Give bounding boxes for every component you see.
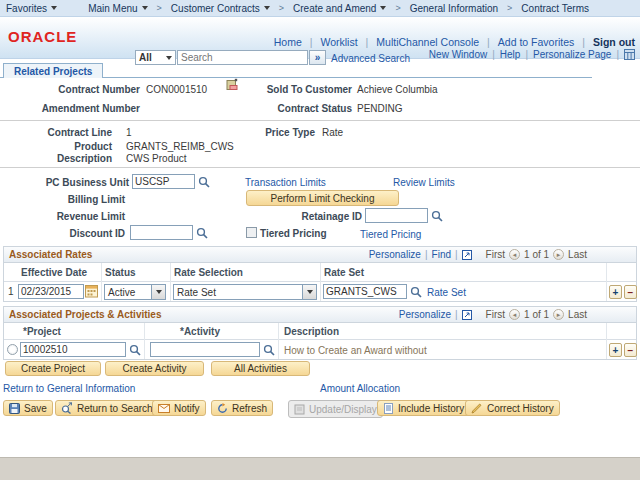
project-input[interactable] <box>20 342 126 357</box>
next-row-icon[interactable]: ▸ <box>553 249 564 260</box>
notify-button[interactable]: Notify <box>152 400 206 416</box>
search-go-button[interactable]: » <box>309 50 326 65</box>
include-history-label: Include History <box>398 403 464 414</box>
associated-projects-header: Associated Projects & Activities Persona… <box>4 307 636 323</box>
calendar-icon[interactable] <box>85 284 98 298</box>
personalize-link[interactable]: Personalize <box>369 249 421 260</box>
dropdown-arrow-icon <box>51 6 57 10</box>
delete-row-button[interactable]: − <box>624 285 637 299</box>
sign-out-link[interactable]: Sign out <box>593 36 635 48</box>
search-scope-value: All <box>139 52 152 63</box>
personalize-page-link[interactable]: Personalize Page <box>533 49 611 60</box>
col-status: Status <box>105 267 136 278</box>
save-label: Save <box>24 403 47 414</box>
return-to-general-information-link[interactable]: Return to General Information <box>3 383 135 394</box>
status-select-value: Active <box>105 287 151 298</box>
home-link[interactable]: Home <box>274 36 302 48</box>
breadcrumb-separator: > <box>395 3 400 13</box>
review-limits-link[interactable]: Review Limits <box>393 177 455 188</box>
tiered-pricing-link[interactable]: Tiered Pricing <box>360 229 421 240</box>
col-activity: *Activity <box>180 326 220 337</box>
retainage-id-lookup-icon[interactable] <box>431 210 444 223</box>
breadcrumb-customer-contracts[interactable]: Customer Contracts <box>171 3 270 14</box>
worklist-link[interactable]: Worklist <box>320 36 357 48</box>
add-row-button[interactable]: + <box>609 343 622 357</box>
grid-line <box>278 323 279 359</box>
activity-lookup-icon[interactable] <box>263 344 276 357</box>
multichannel-console-link[interactable]: MultiChannel Console <box>376 36 479 48</box>
sold-to-customer-label: Sold To Customer <box>160 84 352 95</box>
col-rate-selection: Rate Selection <box>174 267 243 278</box>
pc-business-unit-lookup-icon[interactable] <box>198 176 211 189</box>
breadcrumb-favorites[interactable]: Favorites <box>6 3 57 14</box>
separator <box>455 309 458 320</box>
tab-related-projects[interactable]: Related Projects <box>3 63 103 78</box>
all-activities-button[interactable]: All Activities <box>211 361 310 376</box>
advanced-search-link[interactable]: Advanced Search <box>331 53 410 64</box>
effective-date-input[interactable] <box>18 284 84 299</box>
view-all-icon[interactable] <box>462 310 472 320</box>
col-project: *Project <box>23 326 61 337</box>
update-display-label: Update/Display <box>309 404 377 415</box>
breadcrumb: Favorites Main Menu > Customer Contracts… <box>0 0 640 17</box>
refresh-button[interactable]: Refresh <box>211 400 273 416</box>
previous-row-icon[interactable]: ◂ <box>509 249 520 260</box>
correct-history-button[interactable]: Correct History <box>465 400 560 416</box>
correct-history-label: Correct History <box>487 403 554 414</box>
breadcrumb-label: Customer Contracts <box>171 3 260 14</box>
discount-id-input[interactable] <box>130 225 193 240</box>
breadcrumb-contract-terms[interactable]: Contract Terms <box>521 3 589 14</box>
description-label: Description <box>0 153 112 164</box>
previous-row-icon[interactable]: ◂ <box>509 309 520 320</box>
help-link[interactable]: Help <box>500 49 521 60</box>
price-type-value: Rate <box>322 127 343 138</box>
new-window-link[interactable]: New Window <box>429 49 487 60</box>
rate-selection-select[interactable]: Rate Set <box>173 284 317 300</box>
next-row-icon[interactable]: ▸ <box>553 309 564 320</box>
add-to-favorites-link[interactable]: Add to Favorites <box>498 36 574 48</box>
amount-allocation-link[interactable]: Amount Allocation <box>320 383 400 394</box>
dropdown-arrow-icon <box>307 290 313 294</box>
projects-row: How to Create an Award without + − <box>4 340 636 360</box>
project-row-radio[interactable] <box>7 344 18 355</box>
perform-limit-checking-button[interactable]: Perform Limit Checking <box>246 190 399 206</box>
include-history-button[interactable]: Include History <box>377 400 470 416</box>
delete-row-button[interactable]: − <box>624 343 637 357</box>
retainage-id-input[interactable] <box>365 208 428 223</box>
project-lookup-icon[interactable] <box>129 344 142 357</box>
row-count: 1 of 1 <box>524 249 549 260</box>
view-all-icon[interactable] <box>462 250 472 260</box>
transaction-limits-link[interactable]: Transaction Limits <box>245 177 326 188</box>
notify-label: Notify <box>174 403 200 414</box>
return-to-search-icon <box>61 402 73 414</box>
breadcrumb-create-and-amend[interactable]: Create and Amend <box>293 3 386 14</box>
notify-icon <box>158 404 170 413</box>
refresh-label: Refresh <box>232 403 267 414</box>
discount-id-lookup-icon[interactable] <box>196 227 209 240</box>
pc-business-unit-input[interactable] <box>132 174 195 189</box>
search-input[interactable] <box>177 50 308 65</box>
status-select[interactable]: Active <box>104 284 166 300</box>
oracle-logo: ORACLE <box>8 28 77 45</box>
personalize-layout-icon[interactable] <box>624 49 635 60</box>
header-links: Home Worklist MultiChannel Console Add t… <box>274 36 635 48</box>
col-description: Description <box>284 326 339 337</box>
create-activity-button[interactable]: Create Activity <box>105 361 204 376</box>
tiered-pricing-checkbox[interactable] <box>246 227 257 238</box>
add-row-button[interactable]: + <box>609 285 622 299</box>
personalize-link[interactable]: Personalize <box>399 309 451 320</box>
revenue-limit-label: Revenue Limit <box>0 211 125 222</box>
save-button[interactable]: Save <box>3 400 53 416</box>
breadcrumb-main-menu[interactable]: Main Menu <box>88 3 147 14</box>
activity-input[interactable] <box>150 342 260 357</box>
find-link[interactable]: Find <box>432 249 451 260</box>
rate-set-link[interactable]: Rate Set <box>427 287 466 298</box>
update-display-icon <box>294 404 305 415</box>
return-to-search-button[interactable]: Return to Search <box>55 400 159 416</box>
breadcrumb-general-information[interactable]: General Information <box>410 3 498 14</box>
create-project-button[interactable]: Create Project <box>5 361 101 376</box>
search-scope-select[interactable]: All <box>135 50 176 65</box>
rate-set-lookup-icon[interactable] <box>410 286 423 299</box>
rate-set-input[interactable] <box>323 284 407 299</box>
breadcrumb-label: Contract Terms <box>521 3 589 14</box>
